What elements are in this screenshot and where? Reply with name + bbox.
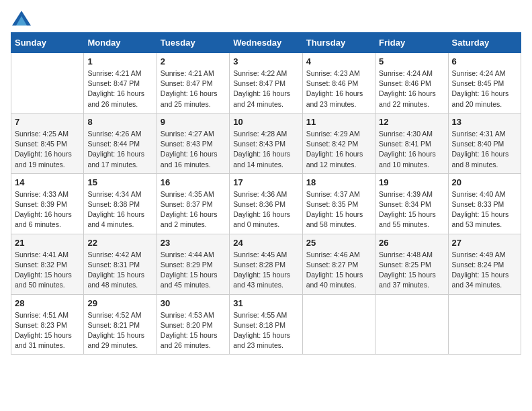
weekday-header: Monday: [84, 33, 157, 53]
calendar-cell: 21Sunrise: 4:41 AM Sunset: 8:32 PM Dayli…: [11, 234, 84, 294]
logo: [11, 11, 34, 26]
day-number: 15: [87, 177, 152, 187]
calendar-cell: 24Sunrise: 4:45 AM Sunset: 8:28 PM Dayli…: [230, 234, 302, 294]
weekday-header: Saturday: [448, 33, 521, 53]
weekday-header: Sunday: [11, 33, 84, 53]
calendar-cell: 13Sunrise: 4:31 AM Sunset: 8:40 PM Dayli…: [448, 113, 521, 173]
day-number: 14: [15, 177, 80, 187]
day-info: Sunrise: 4:36 AM Sunset: 8:36 PM Dayligh…: [233, 189, 298, 230]
calendar-cell: 7Sunrise: 4:25 AM Sunset: 8:45 PM Daylig…: [11, 113, 84, 173]
day-number: 3: [233, 56, 298, 66]
day-info: Sunrise: 4:49 AM Sunset: 8:24 PM Dayligh…: [452, 250, 517, 291]
calendar-cell: 4Sunrise: 4:23 AM Sunset: 8:46 PM Daylig…: [302, 53, 375, 113]
day-number: 24: [233, 238, 298, 248]
day-info: Sunrise: 4:46 AM Sunset: 8:27 PM Dayligh…: [306, 250, 371, 291]
calendar-week-row: 7Sunrise: 4:25 AM Sunset: 8:45 PM Daylig…: [11, 113, 521, 173]
day-number: 23: [161, 238, 226, 248]
day-info: Sunrise: 4:23 AM Sunset: 8:46 PM Dayligh…: [306, 68, 371, 109]
calendar-cell: 23Sunrise: 4:44 AM Sunset: 8:29 PM Dayli…: [157, 234, 229, 294]
day-info: Sunrise: 4:24 AM Sunset: 8:45 PM Dayligh…: [452, 68, 517, 109]
calendar-cell: 30Sunrise: 4:53 AM Sunset: 8:20 PM Dayli…: [157, 294, 229, 355]
calendar-cell: 10Sunrise: 4:28 AM Sunset: 8:43 PM Dayli…: [230, 113, 302, 173]
day-info: Sunrise: 4:48 AM Sunset: 8:25 PM Dayligh…: [379, 250, 444, 291]
day-info: Sunrise: 4:21 AM Sunset: 8:47 PM Dayligh…: [161, 68, 226, 109]
day-number: 20: [452, 177, 517, 187]
weekday-header: Tuesday: [157, 33, 229, 53]
calendar-cell: 9Sunrise: 4:27 AM Sunset: 8:43 PM Daylig…: [157, 113, 229, 173]
day-number: 21: [15, 238, 80, 248]
logo-icon: [12, 11, 31, 26]
day-info: Sunrise: 4:35 AM Sunset: 8:37 PM Dayligh…: [161, 189, 226, 230]
weekday-header: Wednesday: [230, 33, 302, 53]
weekday-header: Thursday: [302, 33, 375, 53]
calendar-cell: 2Sunrise: 4:21 AM Sunset: 8:47 PM Daylig…: [157, 53, 229, 113]
calendar-cell: 22Sunrise: 4:42 AM Sunset: 8:31 PM Dayli…: [84, 234, 157, 294]
page-header: [11, 11, 521, 26]
calendar-cell: 6Sunrise: 4:24 AM Sunset: 8:45 PM Daylig…: [448, 53, 521, 113]
day-info: Sunrise: 4:24 AM Sunset: 8:46 PM Dayligh…: [379, 68, 444, 109]
day-info: Sunrise: 4:51 AM Sunset: 8:23 PM Dayligh…: [15, 310, 80, 351]
calendar-table: SundayMondayTuesdayWednesdayThursdayFrid…: [11, 32, 521, 355]
day-number: 2: [161, 56, 226, 66]
day-info: Sunrise: 4:53 AM Sunset: 8:20 PM Dayligh…: [161, 310, 226, 351]
day-info: Sunrise: 4:33 AM Sunset: 8:39 PM Dayligh…: [15, 189, 80, 230]
calendar-cell: [11, 53, 84, 113]
calendar-cell: [302, 294, 375, 355]
day-info: Sunrise: 4:28 AM Sunset: 8:43 PM Dayligh…: [233, 129, 298, 170]
calendar-cell: 20Sunrise: 4:40 AM Sunset: 8:33 PM Dayli…: [448, 173, 521, 234]
day-number: 10: [233, 117, 298, 127]
day-info: Sunrise: 4:42 AM Sunset: 8:31 PM Dayligh…: [87, 250, 152, 291]
calendar-week-row: 21Sunrise: 4:41 AM Sunset: 8:32 PM Dayli…: [11, 234, 521, 294]
calendar-cell: 5Sunrise: 4:24 AM Sunset: 8:46 PM Daylig…: [375, 53, 448, 113]
day-info: Sunrise: 4:40 AM Sunset: 8:33 PM Dayligh…: [452, 189, 517, 230]
calendar-cell: 8Sunrise: 4:26 AM Sunset: 8:44 PM Daylig…: [84, 113, 157, 173]
day-number: 8: [87, 117, 152, 127]
calendar-cell: [375, 294, 448, 355]
calendar-cell: 16Sunrise: 4:35 AM Sunset: 8:37 PM Dayli…: [157, 173, 229, 234]
calendar-body: 1Sunrise: 4:21 AM Sunset: 8:47 PM Daylig…: [11, 53, 521, 355]
day-info: Sunrise: 4:22 AM Sunset: 8:47 PM Dayligh…: [233, 68, 298, 109]
day-info: Sunrise: 4:26 AM Sunset: 8:44 PM Dayligh…: [87, 129, 152, 170]
calendar-cell: 28Sunrise: 4:51 AM Sunset: 8:23 PM Dayli…: [11, 294, 84, 355]
calendar-week-row: 1Sunrise: 4:21 AM Sunset: 8:47 PM Daylig…: [11, 53, 521, 113]
calendar-cell: 12Sunrise: 4:30 AM Sunset: 8:41 PM Dayli…: [375, 113, 448, 173]
day-number: 1: [87, 56, 152, 66]
calendar-cell: 19Sunrise: 4:39 AM Sunset: 8:34 PM Dayli…: [375, 173, 448, 234]
day-info: Sunrise: 4:31 AM Sunset: 8:40 PM Dayligh…: [452, 129, 517, 170]
day-number: 26: [379, 238, 444, 248]
day-info: Sunrise: 4:41 AM Sunset: 8:32 PM Dayligh…: [15, 250, 80, 291]
weekday-header: Friday: [375, 33, 448, 53]
day-number: 4: [306, 56, 371, 66]
calendar-cell: 26Sunrise: 4:48 AM Sunset: 8:25 PM Dayli…: [375, 234, 448, 294]
day-info: Sunrise: 4:37 AM Sunset: 8:35 PM Dayligh…: [306, 189, 371, 230]
calendar-cell: 17Sunrise: 4:36 AM Sunset: 8:36 PM Dayli…: [230, 173, 302, 234]
calendar-cell: 3Sunrise: 4:22 AM Sunset: 8:47 PM Daylig…: [230, 53, 302, 113]
calendar-cell: 25Sunrise: 4:46 AM Sunset: 8:27 PM Dayli…: [302, 234, 375, 294]
day-info: Sunrise: 4:34 AM Sunset: 8:38 PM Dayligh…: [87, 189, 152, 230]
day-number: 25: [306, 238, 371, 248]
day-info: Sunrise: 4:30 AM Sunset: 8:41 PM Dayligh…: [379, 129, 444, 170]
day-number: 5: [379, 56, 444, 66]
calendar-cell: 11Sunrise: 4:29 AM Sunset: 8:42 PM Dayli…: [302, 113, 375, 173]
day-number: 12: [379, 117, 444, 127]
day-number: 31: [233, 298, 298, 308]
weekday-header-row: SundayMondayTuesdayWednesdayThursdayFrid…: [11, 33, 521, 53]
day-number: 9: [161, 117, 226, 127]
day-number: 7: [15, 117, 80, 127]
day-number: 30: [161, 298, 226, 308]
day-info: Sunrise: 4:55 AM Sunset: 8:18 PM Dayligh…: [233, 310, 298, 351]
day-info: Sunrise: 4:21 AM Sunset: 8:47 PM Dayligh…: [87, 68, 152, 109]
day-number: 6: [452, 56, 517, 66]
calendar-cell: 18Sunrise: 4:37 AM Sunset: 8:35 PM Dayli…: [302, 173, 375, 234]
day-info: Sunrise: 4:39 AM Sunset: 8:34 PM Dayligh…: [379, 189, 444, 230]
day-number: 22: [87, 238, 152, 248]
day-info: Sunrise: 4:44 AM Sunset: 8:29 PM Dayligh…: [161, 250, 226, 291]
day-number: 19: [379, 177, 444, 187]
calendar-week-row: 28Sunrise: 4:51 AM Sunset: 8:23 PM Dayli…: [11, 294, 521, 355]
day-info: Sunrise: 4:27 AM Sunset: 8:43 PM Dayligh…: [161, 129, 226, 170]
calendar-cell: 15Sunrise: 4:34 AM Sunset: 8:38 PM Dayli…: [84, 173, 157, 234]
day-number: 28: [15, 298, 80, 308]
calendar-cell: 1Sunrise: 4:21 AM Sunset: 8:47 PM Daylig…: [84, 53, 157, 113]
calendar-cell: 29Sunrise: 4:52 AM Sunset: 8:21 PM Dayli…: [84, 294, 157, 355]
day-number: 29: [87, 298, 152, 308]
